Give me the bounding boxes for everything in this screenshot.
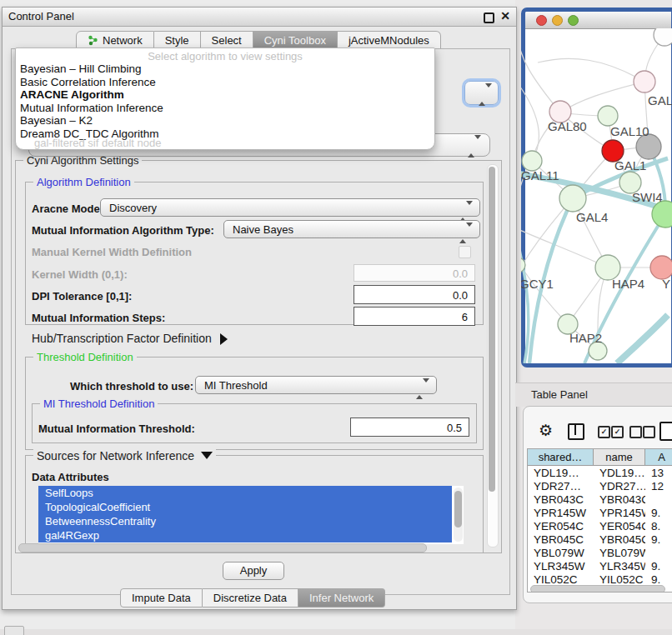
settings-scrollbar[interactable] — [487, 164, 499, 548]
screen: Control Panel ✕ Network Style Select Cyn… — [0, 0, 672, 635]
table-cell: YBL079W — [528, 547, 594, 560]
network-tab-icon — [88, 35, 98, 46]
column-header-name[interactable]: name — [594, 449, 645, 466]
table-cell: YLR345W — [528, 560, 594, 573]
table-row[interactable]: YLR345WYLR345W9. — [528, 560, 672, 573]
attribute-list-item[interactable]: SelfLoops — [38, 486, 452, 500]
table-row[interactable]: YBL079WYBL079W — [528, 547, 672, 560]
node-label: GAL2 — [648, 93, 672, 108]
table-cell: YPR145W — [594, 507, 645, 520]
gear-icon[interactable]: ⚙ — [539, 422, 553, 438]
table-row[interactable]: YPR145WYPR145W9. — [528, 507, 672, 520]
new-table-icon[interactable] — [659, 422, 672, 441]
algorithm-option[interactable]: Basic Correlation Inference — [20, 76, 431, 89]
table-cell: 8. — [645, 520, 672, 533]
network-node[interactable] — [598, 106, 618, 126]
mi-threshold-field[interactable]: 0.5 — [350, 418, 469, 437]
tab-discretize-data[interactable]: Discretize Data — [203, 588, 298, 608]
close-traffic-light[interactable] — [536, 15, 547, 26]
node-label: GCY1 — [521, 277, 554, 291]
sources-title[interactable]: Sources for Network Inference — [33, 449, 216, 462]
table-cell: YDL19… — [594, 467, 645, 480]
table-cell: YBL079W — [594, 547, 645, 560]
manual-kernel-checkbox[interactable] — [459, 246, 471, 258]
close-icon[interactable]: ✕ — [500, 9, 510, 22]
algorithm-option[interactable]: Bayesian – Hill Climbing — [20, 62, 431, 76]
table-cell: YDR27… — [594, 480, 645, 493]
network-node[interactable] — [634, 71, 655, 92]
inference-algorithm-combobox[interactable] — [464, 81, 499, 105]
settings-scrollbar-thumb[interactable] — [489, 167, 495, 492]
table-row[interactable]: YBR043CYBR043C — [528, 493, 672, 507]
node-label: Y — [662, 277, 670, 291]
table-row[interactable]: YBR045CYBR045C9. — [528, 533, 672, 547]
hub-definition-toggle[interactable]: Hub/Transcription Factor Definition — [32, 332, 228, 345]
table-cell: YDR27… — [528, 480, 594, 493]
node-label: GAL1 — [614, 158, 646, 172]
algorithm-definition-title: Algorithm Definition — [33, 176, 134, 188]
table-cell: YDL19… — [528, 467, 594, 480]
table-cell: YBR043C — [594, 493, 645, 507]
attribute-list-item[interactable]: TopologicalCoefficient — [38, 500, 452, 514]
table-row[interactable]: YIL052CYIL052C9. — [528, 573, 672, 583]
control-panel-titlebar: Control Panel ✕ — [3, 8, 516, 27]
deselect-checkbox-icon[interactable] — [629, 426, 642, 438]
tab-infer-network[interactable]: Infer Network — [298, 588, 385, 608]
table-row[interactable]: YDR27…YDR27…12 — [528, 480, 672, 493]
dpi-tolerance-label: DPI Tolerance [0,1]: — [32, 290, 132, 302]
table-cell: YBR045C — [594, 533, 645, 547]
algorithm-option[interactable]: ARACNE Algorithm — [20, 88, 431, 102]
network-window-titlebar — [525, 12, 671, 29]
network-node[interactable] — [559, 185, 586, 212]
column-header-shared-name[interactable]: shared… — [528, 449, 594, 466]
algorithm-option[interactable]: Bayesian – K2 — [20, 114, 431, 128]
column-header-partial[interactable]: A — [645, 449, 672, 466]
combo-arrows-icon — [459, 224, 473, 242]
manual-kernel-label: Manual Kernel Width Definition — [32, 246, 192, 258]
minimize-traffic-light[interactable] — [552, 15, 563, 26]
kernel-width-field[interactable]: 0.0 — [354, 264, 475, 282]
bottom-left-button[interactable] — [4, 626, 24, 635]
apply-button[interactable]: Apply — [223, 562, 284, 580]
mi-type-combobox[interactable]: Naive Bayes — [223, 220, 480, 238]
select-all-checkbox-icon[interactable]: ✓ — [611, 426, 624, 438]
attribute-list-item[interactable]: BetweennessCentrality — [38, 514, 452, 528]
algorithm-popup-list: Bayesian – Hill ClimbingBasic Correlatio… — [20, 62, 431, 140]
tab-impute-data[interactable]: Impute Data — [120, 588, 203, 608]
table-hscrollbar-thumb[interactable] — [530, 585, 665, 592]
node-label: GAL10 — [610, 124, 649, 138]
table-row[interactable]: YDL19…YDL19…13 — [528, 467, 672, 480]
deselect-checkbox-icon[interactable] — [643, 426, 655, 438]
network-canvas[interactable]: GAL2GAL80GAL10GAL1SWI4GAL4GAL11GCY1HAP4Y… — [521, 28, 672, 363]
columns-icon[interactable] — [568, 423, 584, 440]
select-all-checkbox-icon[interactable]: ✓ — [598, 426, 610, 438]
table-cell: 12 — [645, 480, 672, 493]
dpi-tolerance-field[interactable]: 0.0 — [354, 285, 475, 304]
table-cell: YLR345W — [594, 560, 645, 573]
mi-steps-label: Mutual Information Steps: — [32, 312, 165, 324]
zoom-traffic-light[interactable] — [568, 15, 579, 26]
settings-hscrollbar-thumb[interactable] — [18, 543, 427, 552]
control-panel-tabs: Network Style Select Cyni Toolbox jActiv… — [76, 31, 441, 48]
algorithm-option[interactable]: Mutual Information Inference — [20, 102, 431, 115]
node-label: GAL11 — [521, 168, 559, 182]
network-node[interactable] — [650, 256, 672, 279]
attribute-list-item[interactable]: gal4RGexp — [38, 528, 452, 542]
mi-threshold-label: Mutual Information Threshold: — [38, 422, 195, 435]
table-cell: YBR043C — [528, 493, 594, 507]
float-icon[interactable] — [484, 12, 494, 23]
table-row[interactable]: YER054CYER054C8. — [528, 520, 672, 533]
attributes-scrollbar[interactable] — [454, 488, 463, 542]
table-cell: YBR045C — [528, 533, 594, 547]
aracne-mode-combobox[interactable]: Discovery — [100, 198, 480, 217]
which-threshold-combobox[interactable]: MI Threshold — [195, 376, 437, 394]
table-cell — [645, 493, 672, 507]
aracne-mode-label: Aracne Mode: — [32, 202, 103, 215]
table-panel-header: Table Panel — [515, 382, 672, 407]
attributes-scrollbar-thumb[interactable] — [454, 491, 462, 528]
network-node[interactable] — [654, 28, 672, 46]
mi-type-label: Mutual Information Algorithm Type: — [32, 224, 214, 237]
kernel-width-label: Kernel Width (0,1): — [32, 268, 128, 281]
mi-steps-field[interactable]: 6 — [354, 307, 475, 326]
tab-label: Network — [103, 32, 143, 49]
